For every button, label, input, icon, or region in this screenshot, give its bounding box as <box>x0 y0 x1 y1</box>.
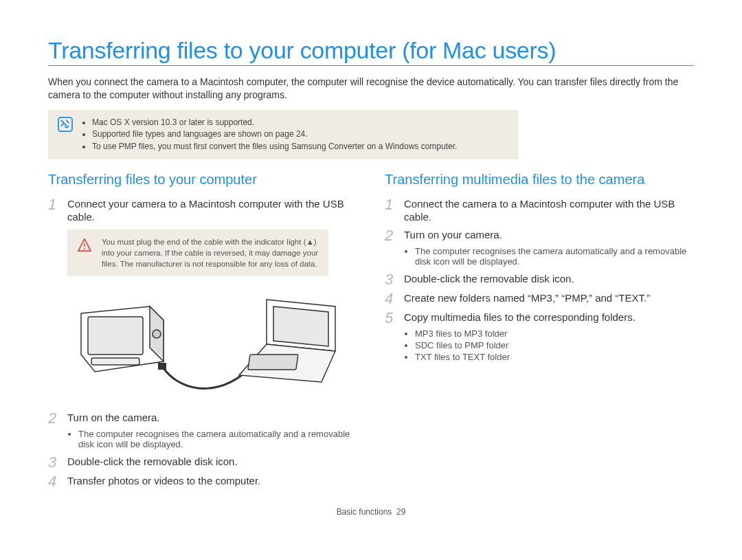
intro-text: When you connect the camera to a Macinto… <box>48 76 694 102</box>
info-icon <box>58 117 73 132</box>
step-2: 2 Turn on the camera. <box>48 411 357 426</box>
step-text: Connect your camera to a Macintosh compu… <box>67 197 357 224</box>
page-title: Transferring files to your computer (for… <box>48 37 694 66</box>
step-number: 1 <box>385 197 400 212</box>
footer-page-number: 29 <box>396 507 405 517</box>
sub-bullet: TXT files to TEXT folder <box>415 352 694 362</box>
right-column: Transferring multimedia files to the cam… <box>385 172 694 492</box>
step-text: Turn on your camera. <box>404 228 502 242</box>
step-2-sub: The computer recognises the camera autom… <box>67 429 357 449</box>
sub-bullet: The computer recognises the camera autom… <box>415 246 694 267</box>
step-3: 3 Double-click the removable disk icon. <box>385 272 694 287</box>
step-2-sub: The computer recognises the camera autom… <box>404 246 694 267</box>
info-note-list: Mac OS X version 10.3 or later is suppor… <box>82 117 508 153</box>
info-note-box: Mac OS X version 10.3 or later is suppor… <box>48 110 518 159</box>
info-note-item: Supported file types and languages are s… <box>92 128 508 140</box>
right-section-heading: Transferring multimedia files to the cam… <box>385 172 694 188</box>
warning-icon <box>77 238 92 253</box>
step-1: 1 Connect your camera to a Macintosh com… <box>48 197 357 224</box>
step-text: Transfer photos or videos to the compute… <box>67 474 260 488</box>
step-2: 2 Turn on your camera. <box>385 228 694 243</box>
step-text: Double-click the removable disk icon. <box>67 455 238 469</box>
step-number: 2 <box>48 411 63 426</box>
svg-rect-8 <box>91 358 139 365</box>
step-5: 5 Copy multimedia files to the correspon… <box>385 311 694 326</box>
svg-point-7 <box>153 330 161 338</box>
footer-section-label: Basic functions <box>337 507 392 517</box>
step-4: 4 Create new folders named “MP3,” “PMP,”… <box>385 291 694 306</box>
sub-bullet: MP3 files to MP3 folder <box>415 328 694 339</box>
step-text: Turn on the camera. <box>67 411 160 425</box>
warning-text: You must plug the end of the cable with … <box>102 236 319 269</box>
svg-rect-6 <box>88 317 143 355</box>
step-1: 1 Connect the camera to a Macintosh comp… <box>385 197 694 224</box>
manual-page: Transferring files to your computer (for… <box>0 0 742 530</box>
step-number: 5 <box>385 311 400 326</box>
info-note-item: To use PMP files, you must first convert… <box>92 141 508 153</box>
step-number: 3 <box>48 455 63 470</box>
page-footer: Basic functions 29 <box>48 507 694 517</box>
camera-laptop-illustration <box>67 286 342 403</box>
svg-point-3 <box>84 248 85 249</box>
svg-marker-14 <box>273 306 328 346</box>
sub-bullet: The computer recognises the camera autom… <box>78 429 357 449</box>
step-text: Copy multimedia files to the correspondi… <box>404 311 636 324</box>
svg-rect-15 <box>248 355 298 370</box>
step-number: 4 <box>385 291 400 306</box>
content-columns: Transferring files to your computer 1 Co… <box>48 172 694 492</box>
step-3: 3 Double-click the removable disk icon. <box>48 455 357 470</box>
svg-rect-9 <box>158 363 166 370</box>
step-text: Connect the camera to a Macintosh comput… <box>404 197 694 224</box>
step-number: 3 <box>385 272 400 287</box>
warning-box: You must plug the end of the cable with … <box>67 229 328 276</box>
sub-bullet: SDC files to PMP folder <box>415 340 694 350</box>
info-note-item: Mac OS X version 10.3 or later is suppor… <box>92 117 508 128</box>
step-text: Double-click the removable disk icon. <box>404 272 574 286</box>
step-number: 2 <box>385 228 400 243</box>
step-number: 1 <box>48 197 63 212</box>
step-text: Create new folders named “MP3,” “PMP,” a… <box>404 291 650 305</box>
left-section-heading: Transferring files to your computer <box>48 172 357 188</box>
step-4: 4 Transfer photos or videos to the compu… <box>48 474 357 489</box>
step-5-sub: MP3 files to MP3 folder SDC files to PMP… <box>404 328 694 362</box>
left-column: Transferring files to your computer 1 Co… <box>48 172 357 492</box>
step-number: 4 <box>48 474 63 489</box>
